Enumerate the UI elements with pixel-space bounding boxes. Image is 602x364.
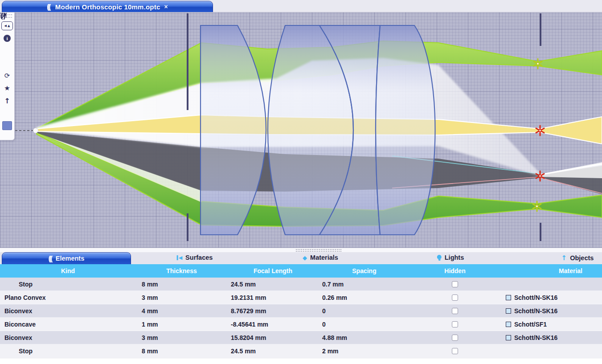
material-swatch[interactable]: [506, 308, 511, 314]
stop-line-left-bottom[interactable]: [187, 213, 188, 241]
info-icon[interactable]: i: [1, 34, 13, 43]
table-row[interactable]: Plano Convex3 mm19.2131 mm0.26 mmSchott/…: [0, 291, 602, 304]
table-header: Kind Thickness Focal Length Spacing Hidd…: [0, 264, 602, 278]
kind-cell: Stop: [0, 344, 136, 358]
thickness-cell: 4 mm: [136, 304, 227, 318]
material-cell: [500, 344, 602, 358]
table-row[interactable]: Biconvex4 mm8.76729 mm0Schott/N-SK16: [0, 304, 602, 318]
hidden-checkbox[interactable]: [452, 294, 458, 301]
tab-lights[interactable]: Lights: [437, 254, 464, 261]
column-header-kind: Kind: [0, 264, 136, 278]
source-point[interactable]: [33, 128, 38, 133]
material-cell: [500, 278, 602, 291]
top-bar: ((( Modern Orthoscopic 10mm.optc ×: [0, 0, 602, 12]
panel-splitter[interactable]: [0, 248, 602, 252]
thickness-cell: 8 mm: [136, 278, 227, 291]
table-row[interactable]: Stop8 mm24.5 mm0.7 mm: [0, 278, 602, 291]
column-header-thickness: Thickness: [136, 264, 227, 278]
table-row[interactable]: Stop8 mm24.5 mm2 mm: [0, 344, 602, 358]
material-name: Schott/N-SK16: [514, 307, 557, 315]
stop-line-left-top[interactable]: [187, 13, 188, 110]
stop-line-right-bottom[interactable]: [540, 223, 541, 241]
tab-label: Objects: [570, 254, 594, 262]
surfaces-icon: ◀: [177, 255, 182, 261]
column-header-hidden: Hidden: [410, 264, 500, 278]
material-cell: Schott/N-SK16: [500, 291, 602, 304]
focal-length-cell: 19.2131 mm: [227, 291, 319, 304]
tab-label: Lights: [445, 254, 464, 261]
material-cell: Schott/SF1: [500, 318, 602, 331]
table-body: Stop8 mm24.5 mm0.7 mmPlano Convex3 mm19.…: [0, 278, 602, 358]
focal-length-cell: 8.76729 mm: [227, 304, 319, 318]
stop-line-right-top[interactable]: [540, 13, 541, 46]
bulb-icon: [437, 255, 442, 261]
tab-elements[interactable]: (((Elements: [2, 252, 131, 264]
column-header-spacing: Spacing: [319, 264, 410, 278]
lens-icon[interactable]: [1, 59, 13, 68]
color-swatch[interactable]: [2, 121, 12, 130]
kind-cell: Biconcave: [0, 318, 136, 331]
spacing-cell: 2 mm: [319, 344, 410, 358]
table-footer: [0, 358, 602, 364]
ray-bundle-white-exit: [540, 162, 602, 178]
panel-tab-bar: (((Elements◀Surfaces◆MaterialsLights↑Obj…: [0, 252, 602, 264]
lens-biconvex-2[interactable]: [376, 25, 435, 235]
tab-objects[interactable]: ↑Objects: [561, 254, 594, 262]
table-row[interactable]: Biconvex3 mm15.8204 mm4.88 mmSchott/N-SK…: [0, 331, 602, 344]
star-icon[interactable]: ★: [1, 84, 13, 93]
lens-icon: (((: [49, 254, 53, 262]
tab-label: Surfaces: [185, 254, 213, 261]
material-swatch[interactable]: [506, 322, 511, 327]
tool-palette: ◀▲ i ⟳ ★ ↑: [0, 12, 15, 140]
eyedropper-icon[interactable]: [1, 109, 13, 118]
up-arrow-icon: ↑: [561, 254, 567, 262]
kind-cell: Biconvex: [0, 304, 136, 318]
kind-cell: Stop: [0, 278, 136, 291]
hidden-checkbox[interactable]: [452, 281, 458, 287]
document-title: Modern Orthoscopic 10mm.optc: [55, 3, 160, 11]
thickness-cell: 3 mm: [136, 291, 227, 304]
material-name: Schott/SF1: [514, 321, 547, 328]
spacing-cell: 0.26 mm: [319, 291, 410, 304]
material-name: Schott/N-SK16: [514, 294, 557, 301]
table-row[interactable]: Biconcave1 mm-8.45641 mm0Schott/SF1: [0, 318, 602, 331]
material-swatch[interactable]: [506, 335, 511, 340]
kind-cell: Biconvex: [0, 331, 136, 344]
splitter-drag-handle[interactable]: [296, 249, 341, 252]
refresh-icon[interactable]: ⟳: [1, 71, 13, 80]
hidden-checkbox[interactable]: [452, 308, 458, 314]
ray-diagram: [0, 12, 602, 248]
kind-cell: Plano Convex: [0, 291, 136, 304]
ray-trace-viewport[interactable]: ◀▲ i ⟳ ★ ↑: [0, 12, 602, 248]
material-name: Schott/N-SK16: [514, 334, 557, 341]
spacing-cell: 0.7 mm: [319, 278, 410, 291]
lens-icon: (((: [47, 3, 51, 11]
hidden-checkbox[interactable]: [452, 348, 458, 354]
up-arrow-icon[interactable]: ↑: [1, 96, 13, 105]
focal-length-cell: 15.8204 mm: [227, 331, 319, 344]
focal-length-cell: -8.45641 mm: [227, 318, 319, 331]
focal-length-cell: 24.5 mm: [227, 344, 319, 358]
tab-label: Elements: [56, 255, 84, 262]
nav-buttons[interactable]: ◀▲: [1, 21, 13, 30]
grid-icon[interactable]: [1, 46, 13, 55]
thickness-cell: 8 mm: [136, 344, 227, 358]
gem-icon: ◆: [303, 254, 307, 261]
spacing-cell: 4.88 mm: [319, 331, 410, 344]
tab-surfaces[interactable]: ◀Surfaces: [177, 254, 213, 261]
tab-materials[interactable]: ◆Materials: [303, 254, 338, 261]
tab-label: Materials: [310, 254, 338, 261]
material-swatch[interactable]: [506, 295, 511, 300]
focal-length-cell: 24.5 mm: [227, 278, 319, 291]
hidden-checkbox[interactable]: [452, 321, 458, 327]
material-cell: Schott/N-SK16: [500, 304, 602, 318]
close-icon[interactable]: ×: [164, 3, 168, 10]
column-header-focal-length: Focal Length: [227, 264, 319, 278]
document-tab[interactable]: ((( Modern Orthoscopic 10mm.optc ×: [2, 1, 213, 12]
thickness-cell: 3 mm: [136, 331, 227, 344]
material-cell: Schott/N-SK16: [500, 331, 602, 344]
spacing-cell: 0: [319, 318, 410, 331]
spacing-cell: 0: [319, 304, 410, 318]
column-header-material: Material: [500, 264, 602, 278]
hidden-checkbox[interactable]: [452, 335, 458, 341]
